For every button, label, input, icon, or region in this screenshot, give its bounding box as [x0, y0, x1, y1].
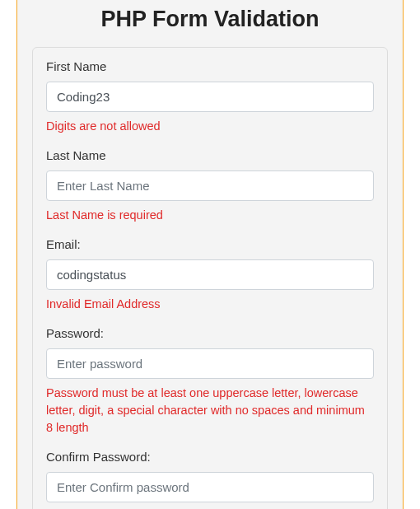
outer-frame: PHP Form Validation First Name Digits ar…: [16, 0, 404, 509]
password-input[interactable]: [46, 348, 374, 379]
confirm-password-group: Confirm Password: Confirm Password doest…: [46, 450, 374, 509]
password-error: Password must be at least one uppercase …: [46, 385, 374, 437]
email-group: Email: Invalid Email Address: [46, 237, 374, 313]
password-group: Password: Password must be at least one …: [46, 326, 374, 437]
first-name-input[interactable]: [46, 82, 374, 112]
email-input[interactable]: [46, 259, 374, 290]
last-name-group: Last Name Last Name is required: [46, 148, 374, 224]
first-name-error: Digits are not allowed: [46, 118, 374, 135]
first-name-label: First Name: [46, 59, 374, 73]
confirm-password-label: Confirm Password:: [46, 450, 374, 464]
last-name-label: Last Name: [46, 148, 374, 162]
email-label: Email:: [46, 237, 374, 251]
last-name-error: Last Name is required: [46, 207, 374, 224]
first-name-group: First Name Digits are not allowed: [46, 59, 374, 135]
confirm-password-input[interactable]: [46, 472, 374, 502]
page-title: PHP Form Validation: [32, 0, 388, 47]
last-name-input[interactable]: [46, 170, 374, 201]
email-error: Invalid Email Address: [46, 296, 374, 313]
form-card: First Name Digits are not allowed Last N…: [32, 47, 388, 509]
password-label: Password:: [46, 326, 374, 340]
